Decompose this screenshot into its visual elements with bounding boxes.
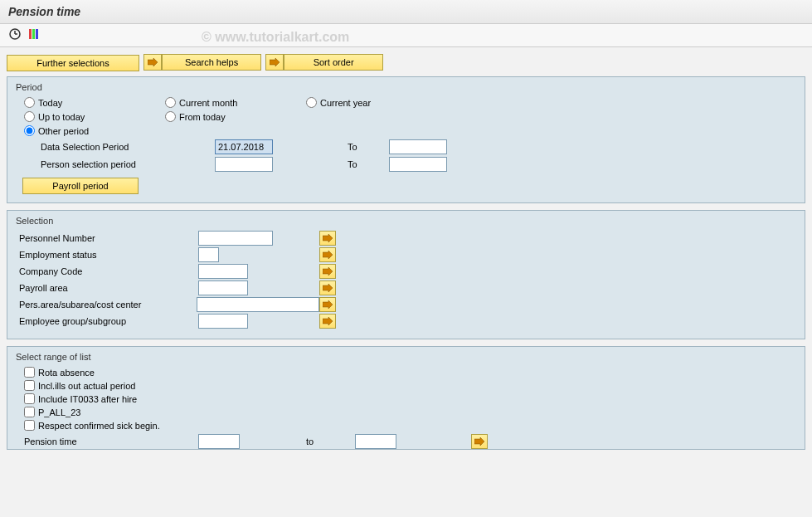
toolbar <box>0 24 812 47</box>
pension-time-from-input[interactable] <box>198 434 240 449</box>
data-selection-from-input[interactable] <box>215 139 273 154</box>
payroll-area-more-icon[interactable] <box>319 280 336 295</box>
employee-group-label: Employee group/subgroup <box>16 316 198 326</box>
employment-status-label: Employment status <box>16 250 198 260</box>
radio-up-to-today-label: Up to today <box>38 112 85 122</box>
radio-current-month[interactable]: Current month <box>165 97 306 108</box>
pension-time-to-label: to <box>306 437 314 446</box>
sort-order-button[interactable]: Sort order <box>284 54 383 71</box>
company-code-label: Company Code <box>16 266 198 276</box>
svg-marker-7 <box>270 58 280 66</box>
pension-time-to-input[interactable] <box>355 434 396 449</box>
selection-title: Selection <box>16 216 796 226</box>
radio-other-period[interactable]: Other period <box>24 125 165 136</box>
radio-from-today[interactable]: From today <box>165 111 306 122</box>
svg-marker-11 <box>323 284 333 292</box>
pers-area-label: Pers.area/subarea/cost center <box>16 300 197 310</box>
sort-order-arrow-icon[interactable] <box>265 54 284 71</box>
company-code-input[interactable] <box>198 264 248 279</box>
execute-icon[interactable] <box>8 27 22 42</box>
payroll-area-label: Payroll area <box>16 283 198 293</box>
personnel-number-label: Personnel Number <box>16 233 198 243</box>
radio-up-to-today[interactable]: Up to today <box>24 111 165 122</box>
range-title: Select range of list <box>16 352 796 362</box>
to-label-1: To <box>348 142 389 152</box>
respect-confirmed-checkbox[interactable]: Respect confirmed sick begin. <box>16 420 796 431</box>
employee-group-input[interactable] <box>198 314 248 329</box>
search-helps-arrow-icon[interactable] <box>143 54 162 71</box>
period-title: Period <box>16 82 796 92</box>
p-all-23-label: P_ALL_23 <box>38 407 80 417</box>
to-label-2: To <box>348 159 389 169</box>
radio-current-month-label: Current month <box>179 98 237 108</box>
incl-ills-checkbox[interactable]: Incl.ills out actual period <box>16 380 796 391</box>
svg-marker-8 <box>323 234 333 242</box>
incl-ills-label: Incl.ills out actual period <box>38 381 135 391</box>
radio-current-year[interactable]: Current year <box>306 97 447 108</box>
svg-marker-12 <box>323 300 333 309</box>
include-it0033-checkbox[interactable]: Include IT0033 after hire <box>16 393 796 404</box>
variants-icon[interactable] <box>27 27 41 42</box>
svg-marker-6 <box>148 58 158 66</box>
radio-from-today-label: From today <box>179 112 226 122</box>
person-selection-to-input[interactable] <box>389 157 447 172</box>
data-selection-period-label: Data Selection Period <box>41 142 215 152</box>
svg-marker-10 <box>323 267 333 276</box>
employment-status-input[interactable] <box>198 247 219 262</box>
person-selection-from-input[interactable] <box>215 157 273 172</box>
pension-time-more-icon[interactable] <box>471 434 488 449</box>
pers-area-more-icon[interactable] <box>319 297 336 312</box>
personnel-number-input[interactable] <box>198 231 273 246</box>
svg-rect-5 <box>36 29 38 39</box>
svg-marker-14 <box>474 437 484 446</box>
svg-marker-13 <box>323 317 333 325</box>
employee-group-more-icon[interactable] <box>319 314 336 329</box>
radio-today[interactable]: Today <box>24 97 165 108</box>
pers-area-input[interactable] <box>197 297 319 312</box>
search-helps-button[interactable]: Search helps <box>162 54 261 71</box>
radio-other-period-label: Other period <box>38 126 89 136</box>
payroll-period-button[interactable]: Payroll period <box>22 178 139 194</box>
content: Further selections Search helps Sort ord… <box>0 47 812 456</box>
button-row: Further selections Search helps Sort ord… <box>7 54 805 71</box>
include-it0033-label: Include IT0033 after hire <box>38 394 137 404</box>
respect-confirmed-label: Respect confirmed sick begin. <box>38 421 160 431</box>
rota-absence-checkbox[interactable]: Rota absence <box>16 367 796 378</box>
pension-time-label: Pension time <box>24 437 198 446</box>
svg-rect-3 <box>29 29 32 39</box>
p-all-23-checkbox[interactable]: P_ALL_23 <box>16 407 796 417</box>
payroll-area-input[interactable] <box>198 280 248 295</box>
radio-current-year-label: Current year <box>320 98 371 108</box>
selection-panel: Selection Personnel Number Employment st… <box>7 210 805 339</box>
rota-absence-label: Rota absence <box>38 368 95 378</box>
range-panel: Select range of list Rota absence Incl.i… <box>7 346 805 450</box>
radio-today-label: Today <box>38 98 62 108</box>
company-code-more-icon[interactable] <box>319 264 336 279</box>
svg-rect-4 <box>32 29 35 39</box>
personnel-number-more-icon[interactable] <box>319 231 336 246</box>
period-panel: Period Today Current month Current year … <box>7 76 805 203</box>
employment-status-more-icon[interactable] <box>319 247 336 262</box>
svg-marker-9 <box>323 251 333 259</box>
person-selection-period-label: Person selection period <box>41 159 215 169</box>
data-selection-to-input[interactable] <box>389 139 447 154</box>
further-selections-button[interactable]: Further selections <box>7 55 139 71</box>
page-title: Pension time <box>0 0 812 24</box>
